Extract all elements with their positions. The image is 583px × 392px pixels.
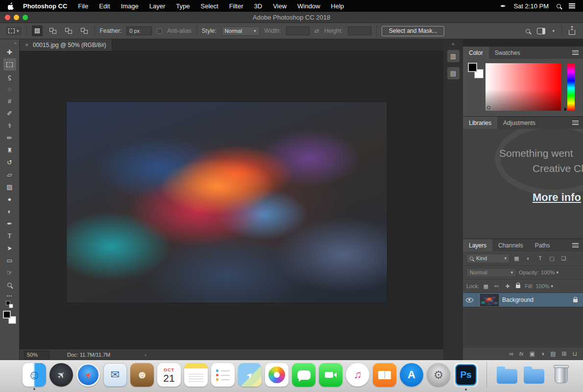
tab-channels[interactable]: Channels (492, 239, 529, 251)
dock-safari[interactable]: ➤ (76, 363, 100, 387)
more-info-link[interactable]: More info (533, 191, 581, 204)
workspace-layout-icon[interactable] (537, 28, 545, 34)
menu-item-help[interactable]: Help (331, 2, 344, 10)
healing-brush-tool[interactable]: ⚕ (3, 120, 16, 132)
add-to-selection-button[interactable] (48, 25, 58, 36)
edit-toolbar-icon[interactable]: ••• (7, 294, 12, 298)
zoom-tool[interactable] (3, 279, 16, 291)
tab-libraries[interactable]: Libraries (463, 117, 497, 129)
blur-tool[interactable]: ● (3, 193, 16, 205)
new-selection-button[interactable] (32, 25, 43, 36)
layer-visibility-toggle[interactable] (463, 293, 477, 307)
path-selection-tool[interactable]: ➤ (3, 242, 16, 254)
filter-type-layers-icon[interactable]: T (535, 255, 545, 261)
dock-facetime[interactable] (319, 363, 342, 387)
expand-panels-icon[interactable]: « (443, 41, 463, 47)
select-and-mask-button[interactable]: Select and Mask... (382, 26, 445, 36)
fill-dropdown[interactable]: 100% ▾ (535, 283, 553, 289)
menu-item-image[interactable]: Image (121, 2, 139, 10)
history-brush-tool[interactable]: ↺ (3, 156, 16, 169)
menu-item-file[interactable]: File (78, 2, 88, 10)
layer-row-background[interactable]: Background (463, 293, 583, 307)
menu-item-window[interactable]: Window (297, 2, 320, 10)
default-colors-icon[interactable] (6, 301, 13, 308)
style-dropdown[interactable]: Normal ▾ (221, 26, 260, 36)
type-tool[interactable]: T (3, 230, 16, 242)
menu-item-filter[interactable]: Filter (229, 2, 243, 10)
layer-lock-icon[interactable] (573, 295, 578, 304)
filter-shape-layers-icon[interactable]: ▢ (547, 255, 557, 262)
layer-thumbnail[interactable] (481, 294, 498, 306)
dodge-tool[interactable]: ◐ (3, 205, 16, 218)
delete-layer-icon[interactable]: ⊔ (573, 350, 577, 357)
tab-color[interactable]: Color (463, 47, 489, 59)
share-icon[interactable]: ↥ (569, 30, 575, 35)
dock-maps[interactable]: ➤ (238, 363, 262, 387)
menu-bar-clock[interactable]: Sat 2:10 PM (513, 2, 549, 10)
eraser-tool[interactable]: ▱ (3, 169, 16, 181)
panel-menu-icon[interactable] (572, 50, 579, 55)
blend-mode-dropdown[interactable]: Normal ▾ (466, 268, 516, 277)
intersect-selection-button[interactable] (79, 25, 90, 36)
apple-menu-icon[interactable] (8, 2, 14, 10)
dock-app-store[interactable]: A (400, 363, 423, 387)
dock-trash[interactable] (549, 363, 573, 387)
menu-item-type[interactable]: Type (176, 2, 190, 10)
panel-menu-icon[interactable] (572, 243, 579, 247)
dock-contacts[interactable]: ☻ (130, 363, 154, 387)
collapsed-panel-button-2[interactable]: ▤ (447, 67, 460, 79)
doc-size-field[interactable]: Doc: 11.7M/11.7M › (67, 352, 146, 358)
filter-smart-objects-icon[interactable]: ❏ (559, 255, 568, 262)
lock-all-icon[interactable] (514, 283, 522, 289)
dock-photoshop[interactable]: Ps (455, 364, 477, 386)
foreground-color-swatch[interactable] (468, 63, 477, 72)
menu-item-layer[interactable]: Layer (149, 2, 166, 10)
quick-selection-tool[interactable]: ◌ (3, 83, 16, 95)
close-window-button[interactable] (5, 15, 10, 20)
filter-adjustment-layers-icon[interactable]: ◐ (524, 255, 533, 261)
menu-item-view[interactable]: View (273, 2, 287, 10)
menu-item-edit[interactable]: Edit (99, 2, 110, 10)
dock-photos[interactable] (265, 363, 289, 387)
tab-layers[interactable]: Layers (463, 239, 492, 251)
eyedropper-tool[interactable]: ✐ (3, 107, 16, 120)
hand-tool[interactable]: ☞ (3, 267, 16, 279)
clone-stamp-tool[interactable]: ♜ (3, 144, 16, 156)
canvas-image[interactable] (67, 102, 387, 303)
dock-finder[interactable]: ☺ (23, 363, 46, 387)
zoom-window-button[interactable] (23, 15, 28, 20)
crop-tool[interactable]: # (3, 95, 16, 107)
opacity-dropdown[interactable]: 100% ▾ (541, 270, 559, 275)
brush-tool[interactable]: ✏ (3, 132, 16, 144)
pen-tool[interactable]: ✒ (3, 218, 16, 230)
layer-name[interactable]: Background (502, 296, 573, 303)
lock-transparency-icon[interactable]: ▦ (482, 283, 490, 290)
dock-reminders[interactable] (211, 363, 235, 387)
rectangular-marquee-tool[interactable] (3, 58, 16, 71)
color-cursor[interactable] (487, 106, 490, 109)
height-input[interactable] (348, 26, 371, 35)
link-layers-icon[interactable]: ∞ (510, 350, 514, 357)
hue-slider-marker[interactable] (564, 107, 567, 111)
layer-style-icon[interactable]: fx (519, 351, 524, 357)
lock-pixels-icon[interactable]: ✏ (492, 283, 501, 290)
dock-books[interactable] (373, 363, 396, 387)
gradient-tool[interactable]: ▨ (3, 181, 16, 193)
notification-center-icon[interactable] (569, 3, 575, 8)
color-swatch-pair[interactable] (468, 63, 484, 78)
dock-launchpad[interactable]: ✈ (49, 363, 73, 387)
hue-slider[interactable] (567, 63, 575, 111)
dock-documents-folder[interactable] (522, 363, 546, 387)
link-dimensions-icon[interactable]: ⇄ (315, 27, 319, 34)
foreground-color-swatch[interactable] (3, 311, 11, 318)
filter-pixel-layers-icon[interactable]: ▦ (512, 255, 521, 262)
subtract-from-selection-button[interactable] (63, 25, 74, 36)
close-tab-icon[interactable]: × (25, 42, 28, 49)
minimize-window-button[interactable] (14, 15, 19, 20)
foreground-background-swatches[interactable] (3, 311, 16, 324)
dock-messages[interactable] (292, 363, 316, 387)
menu-item-3d[interactable]: 3D (254, 2, 263, 10)
ink-menu-extra-icon[interactable]: ✒ (501, 2, 506, 10)
move-tool[interactable]: ✚ (3, 46, 16, 58)
tab-adjustments[interactable]: Adjustments (497, 117, 541, 129)
